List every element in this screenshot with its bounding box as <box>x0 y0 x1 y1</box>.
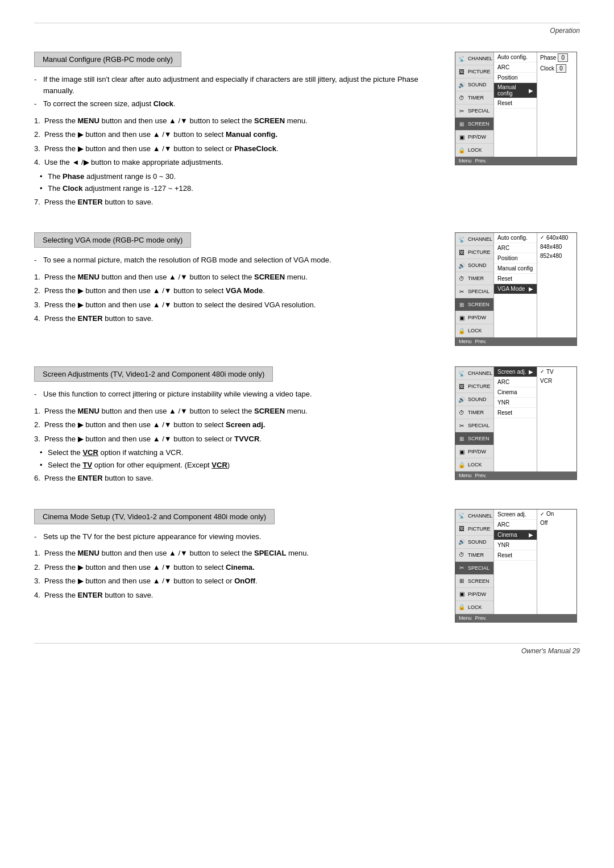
section-content-manual-configure: Manual Configure (RGB-PC mode only)If th… <box>34 52 438 212</box>
menu-sidebar-item-special[interactable]: ✂SPECIAL <box>455 562 493 575</box>
sections-container: Manual Configure (RGB-PC mode only)If th… <box>34 52 580 623</box>
menu-sidebar-item-picture[interactable]: 🖼PICTURE <box>455 246 493 259</box>
menu-row-reset[interactable]: Reset <box>494 98 537 108</box>
menu-row-reset[interactable]: Reset <box>494 408 537 418</box>
menu-subrow-label: Phase <box>540 55 556 61</box>
menu-icon-lock: 🔒 <box>458 603 466 611</box>
menu-label-pip/dw: PIP/DW <box>468 134 486 140</box>
menu-row-screen-adj-[interactable]: Screen adj. <box>494 510 537 520</box>
menu-sidebar-item-sound[interactable]: 🔊SOUND <box>455 78 493 91</box>
menu-row-vga-mode[interactable]: VGA Mode▶ <box>494 284 537 294</box>
menu-icon-picture: 🖼 <box>458 68 466 76</box>
menu-sidebar-item-timer[interactable]: ⏱TIMER <box>455 91 493 105</box>
menu-sidebar-item-lock[interactable]: 🔒LOCK <box>455 601 493 614</box>
numbered-list: Press the MENU button and then use ▲ /▼ … <box>34 548 438 600</box>
menu-row-ynr[interactable]: YNR <box>494 540 537 550</box>
menu-sidebar-item-pip-dw[interactable]: ▣PIP/DW <box>455 588 493 601</box>
menu-icon-screen: ⊞ <box>458 435 466 443</box>
menu-sidebar-item-timer[interactable]: ⏱TIMER <box>455 549 493 562</box>
step-item: Press the ▶ button and then use ▲ /▼ but… <box>34 433 438 445</box>
bullet-list: If the image still isn't clear after aut… <box>34 74 438 110</box>
menu-row-ynr[interactable]: YNR <box>494 398 537 408</box>
header-label: Operation <box>550 27 580 35</box>
menu-row-label: Reset <box>497 552 512 558</box>
menu-sidebar-item-picture[interactable]: 🖼PICTURE <box>455 380 493 393</box>
menu-sidebar-item-screen[interactable]: ⊞SCREEN <box>455 118 493 131</box>
menu-icon-channel: 📡 <box>458 55 466 62</box>
menu-row-auto-config.[interactable]: Auto config. <box>494 52 537 62</box>
menu-sidebar-item-timer[interactable]: ⏱TIMER <box>455 272 493 285</box>
menu-subrow-640x480[interactable]: 640x480 <box>537 233 576 242</box>
menu-ui: 📡CHANNEL🖼PICTURE🔊SOUND⏱TIMER✂SPECIAL⊞SCR… <box>455 52 577 165</box>
bold-text: MENU <box>78 549 99 557</box>
menu-row-label: YNR <box>497 542 509 548</box>
menu-sidebar-item-pip-dw[interactable]: ▣PIP/DW <box>455 311 493 324</box>
menu-sidebar-item-screen[interactable]: ⊞SCREEN <box>455 432 493 445</box>
bold-text: SCREEN <box>254 116 285 125</box>
menu-icon-channel: 📡 <box>458 235 466 243</box>
menu-sidebar-item-channel[interactable]: 📡CHANNEL <box>455 233 493 246</box>
menu-label-channel: CHANNEL <box>468 236 492 242</box>
menu-sidebar-item-special[interactable]: ✂SPECIAL <box>455 285 493 298</box>
menu-row-arc[interactable]: ARC <box>494 520 537 530</box>
menu-sidebar-item-screen[interactable]: ⊞SCREEN <box>455 298 493 311</box>
menu-row-label: Cinema <box>497 389 517 395</box>
menu-subrow-on[interactable]: On <box>537 510 576 519</box>
menu-subrow-off[interactable]: Off <box>537 519 576 528</box>
menu-row-auto-config-[interactable]: Auto config. <box>494 233 537 243</box>
menu-sidebar-item-pip-dw[interactable]: ▣PIP/DW <box>455 131 493 144</box>
menu-row-screen-adj-[interactable]: Screen adj.▶ <box>494 367 537 377</box>
menu-subrow-tv[interactable]: TV <box>537 367 576 376</box>
menu-ui: 📡CHANNEL🖼PICTURE🔊SOUND⏱TIMER✂SPECIAL⊞SCR… <box>455 232 577 346</box>
menu-sidebar-item-channel[interactable]: 📡CHANNEL <box>455 510 493 523</box>
menu-sidebar-item-channel[interactable]: 📡CHANNEL <box>455 52 493 65</box>
menu-value-box: 0 <box>556 64 566 73</box>
menu-sidebar-item-lock[interactable]: 🔒LOCK <box>455 324 493 337</box>
menu-icon-pip/dw: ▣ <box>458 590 466 598</box>
menu-sidebar-item-sound[interactable]: 🔊SOUND <box>455 393 493 406</box>
section-title-screen-adjustments: Screen Adjustments (TV, Video1-2 and Com… <box>34 366 273 382</box>
menu-sidebar-item-picture[interactable]: 🖼PICTURE <box>455 65 493 78</box>
menu-row-reset[interactable]: Reset <box>494 274 537 284</box>
menu-label-special: SPECIAL <box>468 108 489 114</box>
menu-label-pip/dw: PIP/DW <box>468 449 486 454</box>
menu-icon-pip/dw: ▣ <box>458 448 466 456</box>
menu-row-arc[interactable]: ARC <box>494 243 537 253</box>
menu-sidebar-item-channel[interactable]: 📡CHANNEL <box>455 367 493 380</box>
menu-icon-pip/dw: ▣ <box>458 314 466 322</box>
menu-row-label: ARC <box>497 245 509 251</box>
menu-label-screen: SCREEN <box>468 121 489 127</box>
menu-subrow-vcr[interactable]: VCR <box>537 376 576 385</box>
menu-row-arc[interactable]: ARC <box>494 62 537 73</box>
menu-sidebar-item-special[interactable]: ✂SPECIAL <box>455 419 493 432</box>
menu-sidebar-item-sound[interactable]: 🔊SOUND <box>455 259 493 272</box>
menu-sidebar-item-timer[interactable]: ⏱TIMER <box>455 406 493 419</box>
menu-row-label: Screen adj. <box>497 369 526 375</box>
menu-subrow-852x480[interactable]: 852x480 <box>537 251 576 260</box>
menu-row-cinema[interactable]: Cinema <box>494 387 537 398</box>
menu-sidebar-item-sound[interactable]: 🔊SOUND <box>455 536 493 549</box>
menu-label-channel: CHANNEL <box>468 370 492 376</box>
bold-text: MENU <box>78 273 99 281</box>
menu-label-lock: LOCK <box>468 147 482 153</box>
menu-subrow-848x480[interactable]: 848x480 <box>537 242 576 251</box>
numbered-list: Press the MENU button and then use ▲ /▼ … <box>34 115 438 208</box>
menu-sidebar-item-pip-dw[interactable]: ▣PIP/DW <box>455 445 493 458</box>
menu-sidebar-item-lock[interactable]: 🔒LOCK <box>455 458 493 471</box>
menu-footer-menu: Menu <box>459 158 472 164</box>
step-item: Press the ENTER button to save. <box>34 590 438 601</box>
menu-row-manual-config[interactable]: Manual config <box>494 264 537 274</box>
menu-row-reset[interactable]: Reset <box>494 550 537 561</box>
bold-text: ENTER <box>78 314 103 323</box>
menu-row-arrow: ▶ <box>529 532 533 538</box>
menu-row-arc[interactable]: ARC <box>494 377 537 387</box>
menu-row-manual-config[interactable]: Manual config▶ <box>494 83 537 98</box>
menu-row-cinema[interactable]: Cinema▶ <box>494 530 537 540</box>
menu-footer: MenuPrev. <box>455 337 576 345</box>
menu-sidebar-item-lock[interactable]: 🔒LOCK <box>455 144 493 157</box>
menu-row-position[interactable]: Position <box>494 73 537 83</box>
menu-row-position[interactable]: Position <box>494 253 537 264</box>
menu-sidebar-item-special[interactable]: ✂SPECIAL <box>455 105 493 118</box>
menu-sidebar-item-picture[interactable]: 🖼PICTURE <box>455 523 493 536</box>
menu-sidebar-item-screen[interactable]: ⊞SCREEN <box>455 575 493 588</box>
